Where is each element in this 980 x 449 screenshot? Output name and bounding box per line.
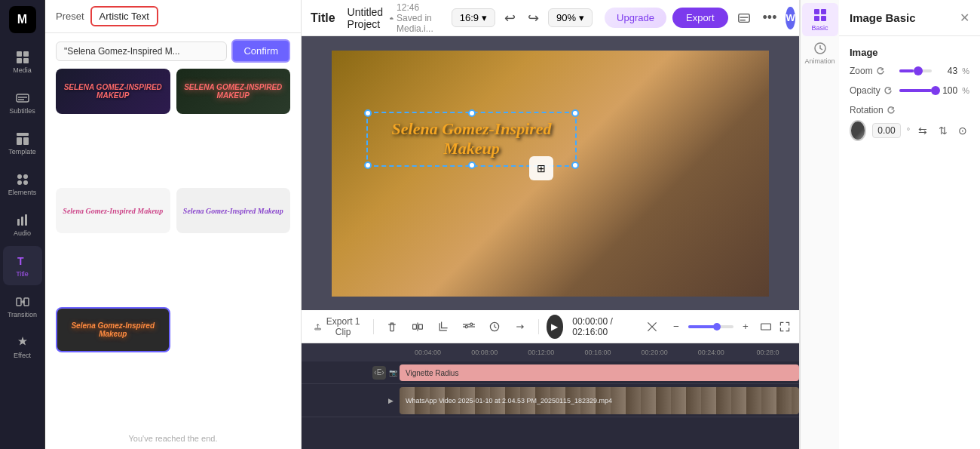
- svg-rect-18: [17, 298, 21, 306]
- svg-rect-20: [738, 14, 749, 22]
- zoom-val: 43: [936, 66, 957, 76]
- undo-button[interactable]: ↩: [501, 7, 519, 29]
- crop-button[interactable]: [433, 318, 454, 336]
- rotation-controls: 0.00 ° ⇆ ⇅ ⊙: [850, 120, 969, 141]
- style-card-5[interactable]: Selena Gomez-Inspired Makeup: [56, 307, 170, 352]
- sidebar-item-title[interactable]: T Title: [3, 246, 42, 285]
- zoom-controls: − +: [667, 318, 755, 336]
- confirm-button[interactable]: Confirm: [231, 39, 290, 63]
- zoom-out-button[interactable]: −: [667, 318, 685, 336]
- crop-icon[interactable]: ⊞: [529, 156, 553, 180]
- reset-opacity-icon[interactable]: [884, 86, 893, 95]
- right-panel-content: Image Zoom: [839, 36, 980, 449]
- tab-basic[interactable]: Basic: [802, 3, 838, 36]
- main-top-bar: Title Untitled Project 12:46 Saved in Me…: [302, 0, 799, 36]
- timeline: 00:04:00 00:08:00 00:12:00 00:16:00 00:2…: [302, 343, 799, 449]
- avatar[interactable]: W: [786, 7, 795, 29]
- right-panel-close-button[interactable]: ✕: [960, 11, 969, 25]
- caption-button[interactable]: [734, 8, 754, 28]
- track-video-label-area: ▶: [302, 397, 400, 404]
- audio-mix-button[interactable]: [458, 318, 479, 336]
- tab-animation[interactable]: Animation: [802, 36, 838, 69]
- speed-button[interactable]: [484, 318, 505, 336]
- zoom-slider-control[interactable]: [899, 69, 932, 72]
- ruler-mark-7: 00:28:0: [740, 349, 796, 356]
- style-card-2[interactable]: SELENA GOMEZ-INSPIRED MAKEUP: [176, 69, 291, 114]
- svg-text:T: T: [17, 255, 24, 267]
- vignette-track-bar[interactable]: Vignette Radius: [400, 364, 799, 381]
- video-track-bar[interactable]: WhatsApp Video 2025-01-10 at 2.04.53 PM_…: [400, 387, 799, 414]
- canvas-text[interactable]: Selena Gomez-InspiredMakeup: [374, 119, 568, 159]
- reset-zoom-icon[interactable]: [876, 66, 885, 75]
- svg-rect-8: [17, 137, 22, 145]
- svg-rect-0: [17, 51, 22, 57]
- flip-horizontal-button[interactable]: ⇆: [916, 121, 929, 140]
- style-card-3[interactable]: Selena Gomez-Inspired Makeup: [56, 188, 170, 233]
- sidebar-item-media[interactable]: Media: [3, 42, 42, 81]
- more-button[interactable]: •••: [760, 7, 780, 29]
- handle-top-right[interactable]: [571, 109, 579, 117]
- rotation-label-text: Rotation: [850, 105, 884, 115]
- handle-top-mid[interactable]: [468, 109, 476, 117]
- zoom-button[interactable]: 90% ▾: [548, 8, 593, 27]
- project-name[interactable]: Untitled Project: [348, 6, 383, 30]
- toolbar: Export 1 Clip: [302, 310, 799, 343]
- rotate-reset-button[interactable]: ⊙: [956, 121, 969, 140]
- magic-cut-button[interactable]: [642, 318, 663, 336]
- search-input[interactable]: [56, 42, 227, 61]
- sidebar-item-template[interactable]: Template: [3, 124, 42, 163]
- style-grid: SELENA GOMEZ-INSPIRED MAKEUP SELENA GOME…: [45, 69, 301, 428]
- svg-rect-38: [821, 16, 826, 21]
- track-video-content: WhatsApp Video 2025-01-10 at 2.04.53 PM_…: [400, 384, 799, 417]
- sidebar-item-title-label: Title: [16, 270, 29, 278]
- rotation-dial[interactable]: [850, 120, 866, 141]
- export-clip-button[interactable]: Export 1 Clip: [309, 313, 366, 340]
- divider-2: [538, 319, 539, 334]
- sidebar-item-elements[interactable]: Elements: [3, 165, 42, 204]
- svg-rect-4: [17, 94, 29, 102]
- opacity-slider-control[interactable]: [899, 89, 932, 92]
- ruler-marks: 00:04:00 00:08:00 00:12:00 00:16:00 00:2…: [400, 349, 796, 356]
- redo-button[interactable]: ↪: [525, 7, 542, 29]
- aspect-ratio-button[interactable]: 16:9 ▾: [452, 8, 495, 27]
- svg-rect-34: [761, 324, 771, 330]
- zoom-property-label: Zoom: [850, 66, 895, 76]
- ruler-mark-2: 00:08:00: [456, 349, 513, 356]
- right-panel-header: Image Basic ✕: [839, 0, 980, 36]
- style-card-1[interactable]: SELENA GOMEZ-INSPIRED MAKEUP: [56, 69, 170, 114]
- flip-vertical-button[interactable]: ⇅: [936, 121, 949, 140]
- reset-rotation-icon[interactable]: [887, 106, 896, 115]
- artistic-text-button[interactable]: Artistic Text: [90, 6, 158, 26]
- svg-rect-14: [17, 219, 20, 226]
- zoom-slider[interactable]: [688, 325, 733, 328]
- reverse-button[interactable]: [510, 318, 531, 336]
- export-button[interactable]: Export: [672, 8, 728, 28]
- zoom-unit: %: [962, 66, 969, 75]
- zoom-in-button[interactable]: +: [737, 318, 755, 336]
- style-card-4[interactable]: Selena Gomez-Inspired Makeup: [176, 188, 291, 233]
- timeline-track-video: ▶ WhatsApp Video 2025-01-10 at 2.04.53 P…: [302, 384, 799, 417]
- sidebar-item-transition[interactable]: Transition: [3, 287, 42, 326]
- split-icon: [412, 321, 424, 333]
- split-button[interactable]: [407, 318, 428, 336]
- handle-bottom-right[interactable]: [571, 161, 579, 169]
- fullscreen-button[interactable]: [778, 317, 792, 337]
- sidebar-item-media-label: Media: [13, 66, 32, 74]
- chevron-down-icon: ▾: [482, 12, 487, 23]
- sidebar-item-effect[interactable]: Effect: [3, 328, 42, 367]
- zoom-chevron-icon: ▾: [579, 12, 584, 23]
- upload-icon: [314, 321, 322, 333]
- upgrade-button[interactable]: Upgrade: [605, 8, 666, 28]
- opacity-unit: %: [962, 86, 969, 95]
- preset-label: Preset: [56, 11, 84, 22]
- sidebar-item-subtitles[interactable]: Subtitles: [3, 83, 42, 122]
- sidebar-item-audio[interactable]: Audio: [3, 205, 42, 244]
- track-expand-button[interactable]: ‹ E ›: [372, 366, 386, 380]
- logo-button[interactable]: M: [9, 6, 36, 33]
- fit-view-button[interactable]: [759, 317, 773, 337]
- handle-top-left[interactable]: [364, 109, 372, 117]
- handle-bottom-mid[interactable]: [468, 161, 476, 169]
- delete-button[interactable]: [381, 318, 403, 336]
- rotation-property-row: Rotation 0.00 ° ⇆ ⇅ ⊙: [850, 105, 969, 141]
- play-button[interactable]: ▶: [547, 315, 564, 339]
